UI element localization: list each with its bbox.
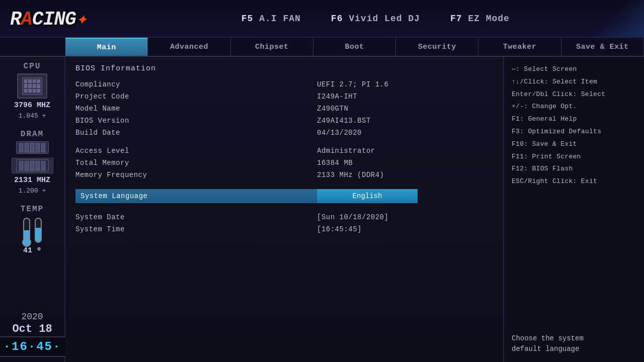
bios-rows-group1: Compliancy UEFI 2.7; PI 1.6 Project Code… — [75, 80, 493, 137]
row-bios-version: BIOS Version Z49AI413.BST — [75, 117, 493, 125]
value-memory-frequency: 2133 MHz (DDR4) — [317, 171, 384, 179]
row-system-language[interactable]: System Language English — [75, 189, 493, 203]
value-bios-version: Z49AI413.BST — [317, 117, 371, 125]
value-total-memory: 16384 MB — [317, 159, 353, 167]
date-section: 2020 Oct 18 ·16·45· — [0, 312, 67, 357]
label-bios-version: BIOS Version — [75, 117, 317, 125]
temp-icon — [20, 216, 45, 244]
cpu-section: CPU 3796 MHZ 1.045 + — [14, 62, 50, 120]
tab-save-exit[interactable]: Save & Exit — [561, 38, 644, 56]
row-build-date: Build Date 04/13/2020 — [75, 129, 493, 137]
help-item-3: +/-: Change Opt. — [512, 102, 636, 112]
temp-section: TEMP 41 º — [20, 205, 45, 255]
date-year: 2020 — [21, 312, 43, 322]
dram-icon-inner — [16, 159, 49, 172]
cpu-label: CPU — [24, 62, 41, 71]
row-system-date[interactable]: System Date [Sun 10/18/2020] — [75, 213, 493, 221]
help-item-1: ↑↓/Click: Select Item — [512, 77, 636, 87]
label-project-code: Project Code — [75, 93, 317, 101]
tab-bar: Main Advanced Chipset Boot Security Twea… — [0, 38, 644, 57]
header-decoration — [543, 0, 644, 38]
tab-tweaker[interactable]: Tweaker — [478, 38, 561, 56]
tab-main[interactable]: Main — [65, 38, 148, 56]
value-compliancy: UEFI 2.7; PI 1.6 — [317, 80, 388, 88]
shortcut-f7[interactable]: F7 EZ Mode — [450, 14, 510, 24]
time-display: ·16·45· — [0, 336, 67, 357]
label-total-memory: Total Memory — [75, 159, 317, 167]
help-item-8: F12: BIOS Flash — [512, 164, 636, 174]
cpu-voltage: 1.045 + — [19, 112, 46, 120]
row-compliancy: Compliancy UEFI 2.7; PI 1.6 — [75, 80, 493, 88]
spacer-3 — [75, 207, 493, 213]
sidebar: CPU 3796 MHZ 1.045 + DRAM — [0, 57, 65, 362]
value-project-code: I249A-IHT — [317, 93, 357, 101]
dram-icon — [16, 141, 49, 154]
value-system-date: [Sun 10/18/2020] — [317, 213, 388, 221]
help-item-0: ↔: Select Screen — [512, 64, 636, 75]
dram-section: DRAM 2131 MHZ 1.200 + — [12, 130, 53, 195]
dram-icon-2 — [12, 158, 53, 173]
cpu-inner — [22, 77, 42, 95]
thermometer — [23, 218, 30, 243]
help-item-5: F3: Optimized Defaults — [512, 127, 636, 137]
value-model-name: Z490GTN — [317, 105, 348, 113]
help-spacer — [512, 189, 636, 199]
content-area: BIOS Information Compliancy UEFI 2.7; PI… — [65, 57, 503, 362]
dram-label: DRAM — [21, 130, 44, 139]
help-panel: ↔: Select Screen ↑↓/Click: Select Item E… — [503, 57, 644, 362]
tab-advanced[interactable]: Advanced — [148, 38, 230, 56]
value-system-language: English — [317, 189, 418, 203]
row-access-level: Access Level Administrator — [75, 147, 493, 155]
spacer-1 — [75, 141, 493, 147]
thermometer-bulb — [22, 238, 31, 247]
logo: RACING✦ — [10, 7, 87, 30]
tab-chipset[interactable]: Chipset — [231, 38, 313, 56]
label-memory-frequency: Memory Frequency — [75, 171, 317, 179]
shortcut-f5[interactable]: F5 A.I FAN — [242, 14, 301, 24]
cpu-icon — [17, 73, 47, 99]
dram-speed: 2131 MHZ — [14, 176, 50, 185]
row-system-time[interactable]: System Time [16:45:45] — [75, 225, 493, 233]
temp-bars — [35, 218, 42, 243]
temp-label: TEMP — [21, 205, 44, 214]
logo-text: RACING✦ — [10, 7, 87, 30]
dram-voltage: 1.200 + — [19, 187, 46, 195]
header: RACING✦ F5 A.I FAN F6 Vivid Led DJ F7 EZ… — [0, 0, 644, 38]
spacer-2 — [75, 183, 493, 189]
main-layout: CPU 3796 MHZ 1.045 + DRAM — [0, 57, 644, 362]
help-item-2: Enter/Dbl Click: Select — [512, 89, 636, 100]
tab-security[interactable]: Security — [396, 38, 478, 56]
row-model-name: Model Name Z490GTN — [75, 105, 493, 113]
label-system-time: System Time — [75, 225, 317, 233]
tab-boot[interactable]: Boot — [313, 38, 396, 56]
help-item-4: F1: General Help — [512, 114, 636, 125]
help-description: Choose the systemdefault language — [512, 333, 636, 354]
help-item-9: ESC/Right Click: Exit — [512, 176, 636, 187]
tab-spacer — [0, 38, 65, 56]
row-memory-frequency: Memory Frequency 2133 MHz (DDR4) — [75, 171, 493, 179]
value-build-date: 04/13/2020 — [317, 129, 362, 137]
bios-section-title: BIOS Information — [75, 64, 493, 73]
cpu-speed: 3796 MHZ — [14, 101, 50, 110]
label-compliancy: Compliancy — [75, 80, 317, 88]
label-system-date: System Date — [75, 213, 317, 221]
label-build-date: Build Date — [75, 129, 317, 137]
value-access-level: Administrator — [317, 147, 375, 155]
label-access-level: Access Level — [75, 147, 317, 155]
date-month-day: Oct 18 — [12, 323, 52, 335]
help-item-7: F11: Print Screen — [512, 152, 636, 162]
shortcut-f6[interactable]: F6 Vivid Led DJ — [331, 14, 420, 24]
label-model-name: Model Name — [75, 105, 317, 113]
row-project-code: Project Code I249A-IHT — [75, 93, 493, 101]
label-system-language: System Language — [75, 189, 317, 203]
help-item-6: F10: Save & Exit — [512, 139, 636, 150]
bios-rows-group2: Access Level Administrator Total Memory … — [75, 147, 493, 179]
row-total-memory: Total Memory 16384 MB — [75, 159, 493, 167]
value-system-time: [16:45:45] — [317, 225, 362, 233]
temp-value: 41 º — [23, 246, 41, 255]
